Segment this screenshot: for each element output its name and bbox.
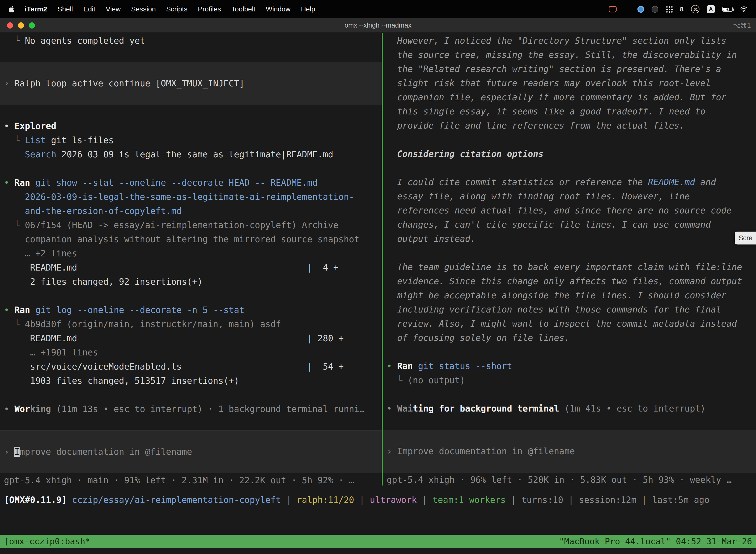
terminal-line: … +2 lines xyxy=(0,246,382,261)
menu-item-view[interactable]: View xyxy=(106,5,121,13)
terminal-line: might be acceptable alongside the file l… xyxy=(383,288,756,302)
terminal-line: └ 4b9d30f (origin/main, instructkr/main,… xyxy=(0,317,382,331)
terminal-line: › Improve documentation in @filename xyxy=(383,444,756,458)
menu-item-profiles[interactable]: Profiles xyxy=(198,5,221,13)
terminal-line: Considering citation options xyxy=(383,147,756,161)
minimize-button[interactable] xyxy=(18,22,24,29)
battery-icon[interactable] xyxy=(722,7,733,12)
window-shortcut-badge: ⌥⌘1 xyxy=(733,18,751,33)
terminal-line: • Explored xyxy=(0,119,382,133)
menubar-menus: iTerm2ShellEditViewSessionScriptsProfile… xyxy=(8,5,315,13)
traffic-lights xyxy=(7,18,35,33)
terminal-line: 2026-03-09-is-legal-the-same-as-legitima… xyxy=(0,190,382,204)
terminal-line: • Working (11m 13s • esc to interrupt) ·… xyxy=(0,402,382,416)
apple-menu[interactable] xyxy=(8,5,14,13)
terminal-line xyxy=(383,416,756,430)
terminal-line: └ No agents completed yet xyxy=(0,34,382,48)
terminal-line: this single essay, it seems like a good … xyxy=(383,105,756,119)
battery-percent-badge[interactable]: .61 xyxy=(691,5,699,13)
wifi-icon[interactable] xyxy=(740,6,748,12)
terminal-panes: └ No agents completed yet › Ralph loop a… xyxy=(0,33,756,486)
menu-item-toolbelt[interactable]: Toolbelt xyxy=(232,5,255,13)
blue-app-icon[interactable] xyxy=(637,6,644,13)
terminal-line: The team guideline is to back every impo… xyxy=(383,260,756,274)
terminal-line: essay file, along with finding root file… xyxy=(383,189,756,204)
terminal-line: README.md | 280 + xyxy=(0,331,382,345)
terminal-line: └ List git ls-files xyxy=(0,133,382,148)
terminal-line: Search 2026-03-09-is-legal-the-same-as-l… xyxy=(0,148,382,162)
terminal-line: 1903 files changed, 513517 insertions(+) xyxy=(0,374,382,388)
terminal-line: including verification notes with those … xyxy=(383,302,756,317)
terminal-line: src/voice/voiceModeEnabled.ts | 54 + xyxy=(0,359,382,374)
terminal-line xyxy=(0,105,382,119)
terminal-line: slight risk that future readers may over… xyxy=(383,76,756,90)
terminal-pane-right[interactable]: However, I noticed the "Directory Struct… xyxy=(383,33,756,486)
terminal-line: I could cite commit statistics or refere… xyxy=(383,175,756,189)
close-button[interactable] xyxy=(7,22,13,29)
terminal-line: └ (no output) xyxy=(383,373,756,387)
terminal-line: changes, I can't cite specific file line… xyxy=(383,218,756,232)
screen-notification-tab[interactable]: Scre xyxy=(735,232,756,244)
terminal-line: • Ran git show --stat --oneline --decora… xyxy=(0,176,382,190)
terminal-line xyxy=(383,387,756,402)
terminal-line xyxy=(383,133,756,147)
menubar-status-icons: 8 .61 A xyxy=(609,5,748,13)
terminal-line xyxy=(0,289,382,303)
dots-grid-icon[interactable] xyxy=(666,6,673,13)
dark-app-icon[interactable] xyxy=(651,6,658,13)
window-title: omx --xhigh --madmax xyxy=(344,21,412,29)
terminal-line: companion analysis without altering the … xyxy=(0,232,382,246)
terminal-line: README.md | 4 + xyxy=(0,261,382,275)
menu-item-edit[interactable]: Edit xyxy=(83,5,95,13)
terminal-line: › Ralph loop active continue [OMX_TMUX_I… xyxy=(0,76,382,91)
terminal-line xyxy=(383,345,756,359)
menu-item-help[interactable]: Help xyxy=(301,5,315,13)
menu-item-scripts[interactable]: Scripts xyxy=(166,5,188,13)
terminal-line xyxy=(0,388,382,402)
terminal-line: review. Also, I might want to inspect th… xyxy=(383,317,756,331)
grid-app-icon[interactable] xyxy=(624,6,630,12)
terminal-line xyxy=(383,246,756,260)
zoom-button[interactable] xyxy=(29,22,35,29)
omx-status-line: [OMX#0.11.9] cczip/essay/ai-reimplementa… xyxy=(0,493,756,507)
terminal-line: of focusing solely on file lines. xyxy=(383,331,756,345)
terminal-line: 2 files changed, 92 insertions(+) xyxy=(0,275,382,289)
ralph-loop-banner: › Ralph loop active continue [OMX_TMUX_I… xyxy=(0,62,382,105)
terminal-line xyxy=(0,416,382,430)
menu-item-window[interactable]: Window xyxy=(266,5,291,13)
terminal-line: companion file, especially if more comme… xyxy=(383,90,756,105)
terminal-line xyxy=(0,162,382,176)
menu-item-session[interactable]: Session xyxy=(131,5,156,13)
terminal-line: gpt-5.4 xhigh · main · 91% left · 2.31M … xyxy=(0,473,382,486)
terminal-line: evidence. Since this change only affects… xyxy=(383,274,756,288)
input-source-icon[interactable]: A xyxy=(707,5,715,13)
terminal-line: references need actual files, and since … xyxy=(383,204,756,218)
prompt-input[interactable]: › Improve documentation in @filename xyxy=(0,430,382,473)
apple-icon xyxy=(8,5,14,13)
window-titlebar[interactable]: omx --xhigh --madmax ⌥⌘1 xyxy=(0,18,756,33)
terminal-line: • Waiting for background terminal (1m 41… xyxy=(383,402,756,416)
terminal-line: the source tree, missing the essay. Stil… xyxy=(383,48,756,62)
menu-item-shell[interactable]: Shell xyxy=(58,5,73,13)
terminal-pane-left[interactable]: └ No agents completed yet › Ralph loop a… xyxy=(0,33,382,486)
tmux-host-clock: "MacBook-Pro-44.local" 04:52 31-Mar-26 xyxy=(559,536,752,546)
omx-status-bar: [OMX#0.11.9] cczip/essay/ai-reimplementa… xyxy=(0,493,756,507)
prompt-input[interactable]: › Improve documentation in @filename xyxy=(383,430,756,473)
terminal-line: • Ran git log --oneline --decorate -n 5 … xyxy=(0,303,382,317)
terminal-line xyxy=(383,161,756,175)
terminal-line: and-the-erosion-of-copyleft.md xyxy=(0,204,382,218)
screen: iTerm2ShellEditViewSessionScriptsProfile… xyxy=(0,0,756,554)
menu-item-iterm2[interactable]: iTerm2 xyxy=(25,5,47,13)
terminal-line: • Ran git status --short xyxy=(383,359,756,373)
terminal-line: gpt-5.4 xhigh · 96% left · 520K in · 5.8… xyxy=(383,473,756,486)
charging-bolt-icon xyxy=(726,7,729,11)
terminal-line: … +1901 lines xyxy=(0,345,382,359)
tmux-status-bar: [omx-cczip0:bash* "MacBook-Pro-44.local"… xyxy=(0,535,756,548)
terminal-line xyxy=(0,48,382,62)
macos-menubar: iTerm2ShellEditViewSessionScriptsProfile… xyxy=(0,0,756,18)
terminal-line: └ 067f154 (HEAD -> essay/ai-reimplementa… xyxy=(0,218,382,232)
screen-recording-indicator-icon[interactable] xyxy=(609,6,617,12)
terminal-line: the "Related research writing" section i… xyxy=(383,62,756,76)
key-8-icon[interactable]: 8 xyxy=(680,5,684,13)
screen-notification-label: Scre xyxy=(739,234,753,242)
